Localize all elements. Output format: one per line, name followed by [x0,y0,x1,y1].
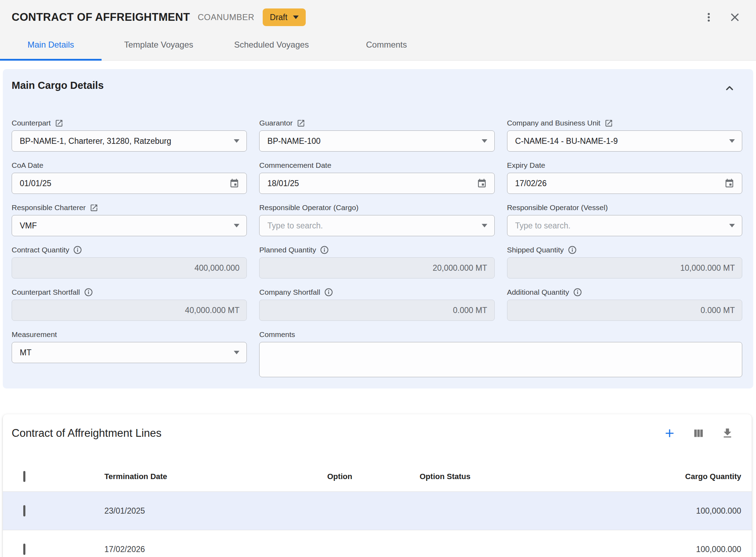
company-business-unit-select[interactable]: C-NAME-14 - BU-NAME-1-9 [507,130,742,152]
table-header-row: Termination Date Option Option Status Ca… [3,461,752,492]
field-responsible-operator-vessel: Responsible Operator (Vessel) Type to se… [507,202,742,236]
cell-cargo-quantity: 100,000.000 [603,545,741,554]
tab-template-voyages[interactable]: Template Voyages [102,29,216,61]
guarantor-select[interactable]: BP-NAME-100 [259,130,494,152]
contract-number: COANUMBER [198,12,255,22]
open-guarantor-link-icon[interactable] [297,119,305,128]
field-counterpart-shortfall: Counterpart Shortfall 40,000.000 MT [12,287,247,321]
chevron-down-icon [293,16,299,19]
measurement-select[interactable]: MT [12,342,247,363]
responsible-operator-cargo-input[interactable]: Type to search. [259,215,494,236]
table-row[interactable]: 23/01/2025 100,000.000 [3,492,752,530]
comments-textarea[interactable] [259,342,742,377]
expiry-date-input[interactable]: 17/02/26 [507,173,742,194]
shipped-quantity-readonly: 10,000.000 MT [507,257,742,278]
row-checkbox[interactable] [23,505,25,516]
info-icon[interactable] [73,245,82,255]
info-icon[interactable] [573,288,582,297]
chevron-down-icon [234,139,239,143]
calendar-icon[interactable] [724,178,735,189]
responsible-charterer-select[interactable]: VMF [12,215,247,236]
field-measurement: Measurement MT [12,329,247,377]
collapse-section-button[interactable] [722,80,737,96]
kebab-menu-button[interactable] [701,10,717,25]
close-button[interactable] [727,10,743,25]
field-expiry-date: Expiry Date 17/02/26 [507,160,742,194]
download-icon [721,427,734,440]
additional-quantity-readonly: 0.000 MT [507,300,742,321]
kebab-icon [703,11,715,23]
row-checkbox[interactable] [23,544,25,555]
select-all-checkbox[interactable] [23,471,25,482]
table-row[interactable]: 17/02/2026 100,000.000 [3,530,752,557]
contract-quantity-readonly: 400,000.000 [12,257,247,278]
column-settings-button[interactable] [692,427,705,440]
field-guarantor: Guarantor BP-NAME-100 [259,118,494,152]
chevron-down-icon [729,139,735,143]
section-title-main-cargo: Main Cargo Details [12,80,104,91]
download-button[interactable] [721,427,734,440]
column-header-option-status[interactable]: Option Status [420,472,603,481]
open-counterpart-link-icon[interactable] [55,119,63,128]
calendar-icon[interactable] [229,178,239,189]
open-company-link-icon[interactable] [604,119,613,128]
field-company-shortfall: Company Shortfall 0.000 MT [259,287,494,321]
field-company-business-unit: Company and Business Unit C-NAME-14 - BU… [507,118,742,152]
column-header-cargo-quantity[interactable]: Cargo Quantity [603,472,741,481]
field-coa-date: CoA Date 01/01/25 [12,160,247,194]
tab-comments[interactable]: Comments [327,29,446,61]
cell-cargo-quantity: 100,000.000 [603,506,741,516]
coa-date-input[interactable]: 01/01/25 [12,173,247,194]
status-dropdown[interactable]: Draft [263,8,306,26]
chevron-down-icon [234,351,239,354]
commencement-date-input[interactable]: 18/01/25 [259,173,494,194]
field-comments: Comments [259,329,742,377]
field-additional-quantity: Additional Quantity 0.000 MT [507,287,742,321]
window-header: CONTRACT OF AFFREIGHTMENT COANUMBER Draf… [0,0,756,61]
calendar-icon[interactable] [477,178,487,189]
add-line-button[interactable] [663,427,676,440]
section-title-coa-lines: Contract of Affreightment Lines [12,427,663,440]
counterpart-shortfall-readonly: 40,000.000 MT [12,300,247,321]
field-responsible-charterer: Responsible Charterer VMF [12,202,247,236]
chevron-up-icon [724,82,735,94]
chevron-down-icon [482,224,487,227]
field-commencement-date: Commencement Date 18/01/25 [259,160,494,194]
close-icon [728,11,742,24]
field-contract-quantity: Contract Quantity 400,000.000 [12,245,247,278]
coa-lines-section: Contract of Affreightment Lines Terminat… [3,414,752,557]
page-title: CONTRACT OF AFFREIGHTMENT [12,11,190,24]
tab-scheduled-voyages[interactable]: Scheduled Voyages [216,29,327,61]
column-header-termination-date[interactable]: Termination Date [104,472,327,481]
responsible-operator-vessel-input[interactable]: Type to search. [507,215,742,236]
planned-quantity-readonly: 20,000.000 MT [259,257,494,278]
company-shortfall-readonly: 0.000 MT [259,300,494,321]
tab-main-details[interactable]: Main Details [0,29,102,61]
info-icon[interactable] [568,245,577,255]
cell-termination-date: 17/02/2026 [104,545,327,554]
info-icon[interactable] [320,245,329,255]
open-charterer-link-icon[interactable] [90,203,98,212]
tab-bar: Main Details Template Voyages Scheduled … [0,29,756,61]
chevron-down-icon [482,139,487,143]
field-counterpart: Counterpart BP-NAME-1, Charterer, 31280,… [12,118,247,152]
plus-icon [663,427,676,440]
chevron-down-icon [729,224,735,227]
columns-icon [692,427,705,440]
column-header-option[interactable]: Option [327,472,420,481]
info-icon[interactable] [324,288,333,297]
main-cargo-details-section: Main Cargo Details Counterpart BP-NAME-1… [3,69,753,388]
info-icon[interactable] [84,288,93,297]
field-planned-quantity: Planned Quantity 20,000.000 MT [259,245,494,278]
chevron-down-icon [234,224,239,227]
cell-termination-date: 23/01/2025 [104,506,327,516]
status-label: Draft [270,13,287,22]
field-responsible-operator-cargo: Responsible Operator (Cargo) Type to sea… [259,202,494,236]
counterpart-select[interactable]: BP-NAME-1, Charterer, 31280, Ratzeburg [12,130,247,152]
field-shipped-quantity: Shipped Quantity 10,000.000 MT [507,245,742,278]
